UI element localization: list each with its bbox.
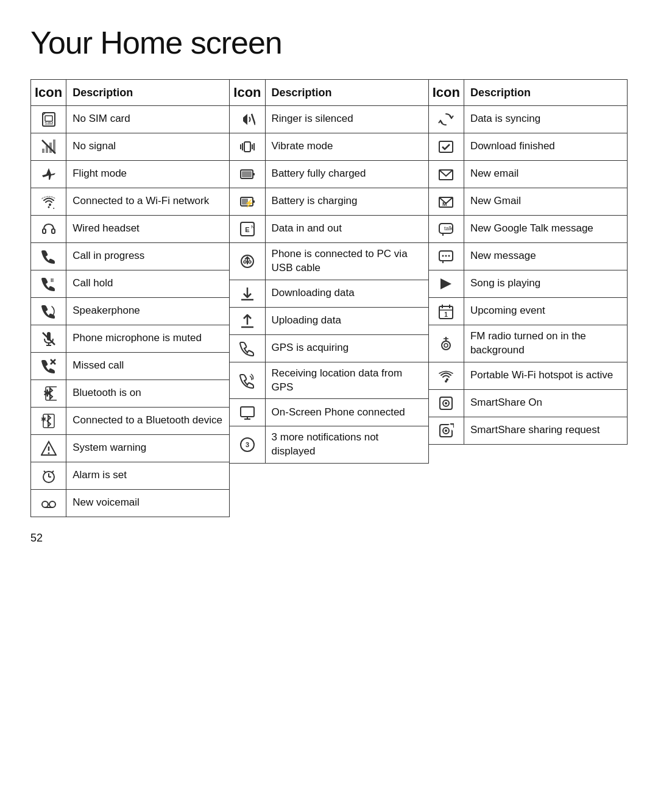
svg-text:⚡: ⚡	[244, 198, 255, 208]
table-row: Battery fully charged	[230, 160, 428, 188]
table-row: Portable Wi-Fi hotspot is active	[428, 362, 627, 389]
description-cell: 3 more notifications not displayed	[265, 426, 428, 464]
svg-point-53	[244, 261, 246, 263]
table-row: Receiving location data from GPS	[230, 362, 428, 399]
description-cell: No signal	[66, 133, 230, 160]
t3-header-desc: Description	[464, 80, 627, 106]
table-3: Icon Description Data is syncing Downloa…	[428, 79, 628, 445]
description-cell: Uploading data	[265, 307, 428, 334]
description-cell: On-Screen Phone connected	[265, 399, 428, 426]
t1-header-icon: Icon	[31, 80, 66, 106]
table-row: ✱ Bluetooth is on	[31, 380, 230, 407]
description-cell: GPS is acquiring	[265, 334, 428, 362]
icon-cell	[428, 160, 464, 188]
table-row: SmartShare sharing request	[428, 417, 627, 444]
table-row: Speakerphone	[31, 297, 230, 325]
svg-point-87	[445, 402, 447, 404]
description-cell: New Google Talk message	[464, 215, 627, 242]
description-cell: New message	[464, 242, 627, 270]
svg-text:M: M	[442, 201, 447, 207]
icon-cell	[31, 434, 66, 462]
svg-rect-37	[244, 142, 250, 152]
icon-cell	[31, 462, 66, 489]
svg-rect-11	[43, 229, 46, 233]
table-row: Ringer is silenced	[230, 105, 428, 133]
table-row: Data is syncing	[428, 105, 627, 133]
tables-container: Icon Description SIM No SIM card No sign…	[30, 79, 628, 517]
description-cell: Data in and out	[265, 215, 428, 242]
description-cell: Portable Wi-Fi hotspot is active	[464, 362, 627, 389]
table-row: • Connected to a Wi-Fi network	[31, 188, 230, 215]
table-row: M New Gmail	[428, 188, 627, 215]
svg-text:•: •	[53, 206, 55, 210]
icon-cell	[428, 417, 464, 444]
t2-header-desc: Description	[265, 80, 428, 106]
icon-cell	[230, 362, 265, 399]
icon-cell	[31, 489, 66, 517]
icon-cell: 1	[428, 297, 464, 325]
icon-cell	[428, 242, 464, 270]
svg-text:1: 1	[444, 311, 448, 318]
description-cell: Phone microphone is muted	[66, 325, 230, 352]
table-row: No signal	[31, 133, 230, 160]
svg-point-72	[445, 255, 447, 256]
svg-point-71	[442, 255, 444, 256]
description-cell: SmartShare On	[464, 389, 627, 417]
icon-cell	[230, 399, 265, 426]
description-cell: Ringer is silenced	[265, 105, 428, 133]
t3-header-icon: Icon	[428, 80, 464, 106]
description-cell: Call in progress	[66, 242, 230, 270]
icon-cell	[230, 242, 265, 280]
svg-text:N: N	[251, 224, 255, 230]
svg-rect-43	[253, 173, 255, 175]
svg-point-33	[49, 501, 55, 507]
icon-cell	[428, 325, 464, 362]
icon-cell	[31, 325, 66, 352]
icon-cell	[31, 242, 66, 270]
description-cell: Connected to a Wi-Fi network	[66, 188, 230, 215]
svg-text:II: II	[51, 277, 54, 283]
svg-line-30	[44, 471, 46, 473]
table-row: Download finished	[428, 133, 627, 160]
page-number: 52	[30, 532, 628, 545]
table-row: Wired headset	[31, 215, 230, 242]
description-cell: Phone is connected to PC via USB cable	[265, 242, 428, 280]
icon-cell: M	[428, 188, 464, 215]
table-row: Alarm is set	[31, 462, 230, 489]
svg-rect-64	[439, 141, 453, 152]
description-cell: New voicemail	[66, 489, 230, 517]
table-row: ⚡ Battery is charging	[230, 188, 428, 215]
svg-rect-59	[241, 407, 254, 417]
svg-line-91	[449, 425, 454, 429]
description-cell: No SIM card	[66, 105, 230, 133]
description-cell: New email	[464, 160, 627, 188]
icon-cell: ✱	[31, 380, 66, 407]
icon-cell	[428, 362, 464, 389]
icon-cell	[428, 389, 464, 417]
description-cell: Connected to a Bluetooth device	[66, 407, 230, 434]
description-cell: Call hold	[66, 270, 230, 297]
svg-text:✱: ✱	[43, 388, 51, 398]
table-row: FM radio turned on in the background	[428, 325, 627, 362]
table-row: Phone is connected to PC via USB cable	[230, 242, 428, 280]
description-cell: Battery fully charged	[265, 160, 428, 188]
t1-header-desc: Description	[66, 80, 230, 106]
table-row: Call in progress	[31, 242, 230, 270]
table-row: Phone microphone is muted	[31, 325, 230, 352]
svg-point-90	[445, 429, 447, 432]
icon-cell	[31, 160, 66, 188]
table-row: Downloading data	[230, 280, 428, 307]
description-cell: Flight mode	[66, 160, 230, 188]
table-row: 3 3 more notifications not displayed	[230, 426, 428, 464]
svg-text:talk: talk	[444, 225, 453, 231]
description-cell: Wired headset	[66, 215, 230, 242]
description-cell: Song is playing	[464, 270, 627, 297]
table-row: Flight mode	[31, 160, 230, 188]
svg-point-54	[249, 261, 251, 263]
description-cell: Receiving location data from GPS	[265, 362, 428, 399]
description-cell: System warning	[66, 434, 230, 462]
icon-cell	[31, 133, 66, 160]
table-row: SmartShare On	[428, 389, 627, 417]
icon-cell	[31, 215, 66, 242]
description-cell: Download finished	[464, 133, 627, 160]
